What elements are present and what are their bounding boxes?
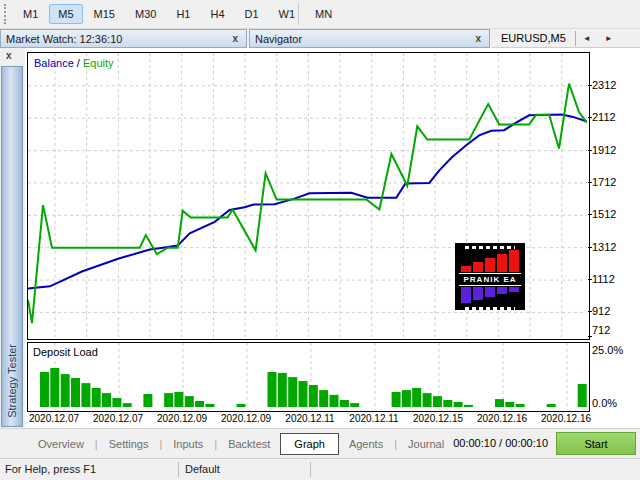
tester-tabs: Overview|Settings|Inputs|BacktestGraphAg… [28, 429, 454, 459]
legend-balance: Balance [34, 57, 74, 69]
x-axis-date-label: 2020.12.16 [537, 413, 595, 424]
y-axis-tick [588, 85, 592, 86]
x-axis-date-label: 2020.12.09 [153, 413, 211, 424]
y-axis-tick [588, 214, 592, 215]
tab-overview[interactable]: Overview [28, 435, 94, 453]
market-watch-title: Market Watch: 12:36:10 [6, 33, 122, 45]
timeframe-m5[interactable]: M5 [49, 4, 82, 24]
legend-equity: Equity [83, 57, 114, 69]
scroll-left-icon[interactable]: ◄ [576, 34, 598, 43]
deposit-max-label: 25.0% [592, 344, 636, 356]
y-axis-tick [588, 182, 592, 183]
strategy-tester-close-icon[interactable]: x [3, 51, 15, 61]
tab-settings[interactable]: Settings [99, 435, 159, 453]
y-axis-label: 1712 [592, 176, 636, 188]
tab-agents[interactable]: Agents [339, 435, 393, 453]
y-axis-label: 2112 [592, 111, 636, 123]
deposit-min-label: 0.0% [592, 397, 636, 409]
tab-journal[interactable]: Journal [398, 435, 454, 453]
y-axis-tick [588, 336, 592, 337]
navigator-header[interactable]: Navigator x [249, 29, 490, 48]
start-button[interactable]: Start [556, 432, 636, 455]
deposit-load-plot-area [28, 343, 587, 409]
logo-bottom-text [465, 307, 515, 310]
market-watch-close-icon[interactable]: x [229, 34, 241, 44]
y-axis-label: 1512 [592, 208, 636, 220]
strategy-tester-strip: x Strategy Tester [0, 48, 25, 428]
y-axis-tick [588, 117, 592, 118]
chart-legend: Balance / Equity [34, 57, 114, 69]
y-axis-label: 712 [592, 324, 636, 336]
y-axis-tick [588, 311, 592, 312]
status-profile: Default [185, 463, 220, 475]
y-axis-label: 1912 [592, 144, 636, 156]
status-divider [310, 462, 311, 477]
x-axis-date-label: 2020.12.15 [409, 413, 467, 424]
y-axis-label: 1312 [592, 241, 636, 253]
timeframe-d1[interactable]: D1 [236, 4, 268, 24]
mt5-strategy-tester-window: M1M5M15M30H1H4D1W1MN Market Watch: 12:36… [0, 0, 640, 480]
y-axis-label: 1112 [592, 273, 636, 285]
logo-red-bars [461, 250, 519, 272]
timeframe-m15[interactable]: M15 [85, 4, 124, 24]
navigator-close-icon[interactable]: x [472, 34, 484, 44]
navigator-title: Navigator [255, 33, 302, 45]
logo-purple-bars [461, 287, 519, 304]
chart-tab-bar: EURUSD,M5 ◄ ► [492, 29, 640, 48]
x-axis-date-label: 2020.12.16 [473, 413, 531, 424]
deposit-load-title: Deposit Load [33, 346, 98, 358]
market-watch-header[interactable]: Market Watch: 12:36:10 x [0, 29, 247, 48]
x-axis-date-label: 2020.12.07 [89, 413, 147, 424]
x-axis-date-label: 2020.12.11 [281, 413, 339, 424]
strategy-tester-label: Strategy Tester [6, 344, 18, 426]
chart-tab-eurusd-m5[interactable]: EURUSD,M5 [492, 32, 575, 44]
timeframe-h1[interactable]: H1 [167, 4, 199, 24]
timeframe-toolbar: M1M5M15M30H1H4D1W1MN [0, 0, 640, 29]
y-axis-label: 912 [592, 305, 636, 317]
tab-graph[interactable]: Graph [280, 433, 339, 455]
scroll-right-icon[interactable]: ► [598, 34, 620, 43]
x-axis-date-label: 2020.12.11 [345, 413, 403, 424]
pranik-ea-title: PRANIK EA [463, 275, 516, 284]
pranik-ea-logo: PRANIK EA [455, 243, 525, 310]
y-axis-tick [588, 247, 592, 248]
logo-top-text [465, 246, 515, 249]
timeframe-h4[interactable]: H4 [201, 4, 233, 24]
timeframe-buttons: M1M5M15M30H1H4D1W1MN [13, 3, 342, 25]
x-axis-date-label: 2020.12.09 [217, 413, 275, 424]
tab-inputs[interactable]: Inputs [163, 435, 213, 453]
timeframe-m1[interactable]: M1 [14, 4, 47, 24]
tester-tab-bar: Overview|Settings|Inputs|BacktestGraphAg… [0, 428, 640, 458]
tester-graph-panel: Balance / Equity PRANIK EA Deposit Load … [25, 48, 640, 428]
x-axis-date-label: 2020.12.07 [25, 413, 83, 424]
deposit-load-chart[interactable]: Deposit Load [27, 342, 590, 412]
y-axis-tick [588, 150, 592, 151]
elapsed-time: 00:00:10 / 00:00:10 [453, 437, 548, 449]
y-axis-label: 2312 [592, 79, 636, 91]
status-bar: For Help, press F1 Default [0, 458, 640, 480]
strategy-tester-tab[interactable]: Strategy Tester [1, 66, 23, 427]
legend-separator: / [74, 57, 83, 69]
status-help-text: For Help, press F1 [5, 463, 96, 475]
timeframe-mn[interactable]: MN [306, 4, 341, 24]
y-axis-tick [588, 279, 592, 280]
tab-backtest[interactable]: Backtest [218, 435, 280, 453]
timeframe-m30[interactable]: M30 [126, 4, 165, 24]
toolbar-grip[interactable] [4, 4, 9, 24]
status-divider [178, 462, 179, 477]
toolbar-separator [298, 3, 299, 25]
